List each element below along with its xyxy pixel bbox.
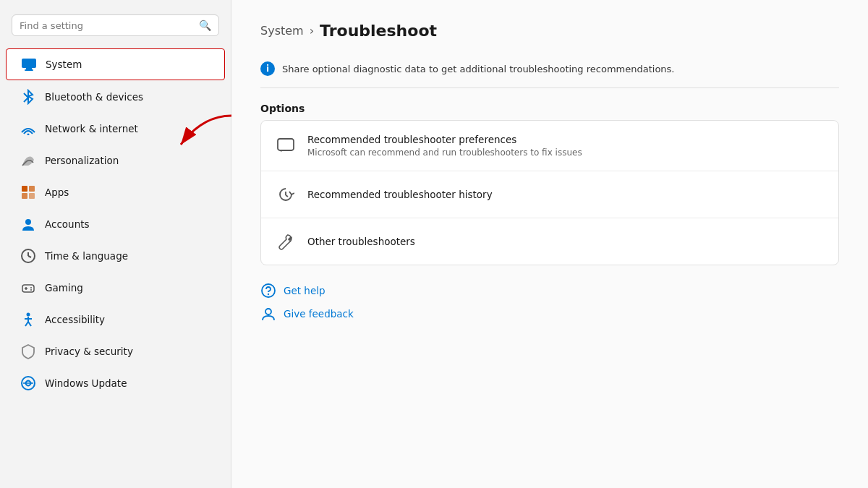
svg-rect-2: [25, 69, 33, 71]
sidebar-item-windows-update-label: Windows Update: [45, 377, 127, 389]
footer-links: Get help Give feedback: [260, 283, 839, 322]
search-input[interactable]: [20, 20, 199, 31]
options-heading: Options: [260, 103, 839, 114]
chat-icon: [276, 136, 296, 156]
sidebar-item-bluetooth-label: Bluetooth & devices: [45, 91, 143, 103]
info-banner: i Share optional diagnostic data to get …: [260, 54, 839, 88]
svg-line-11: [28, 256, 31, 257]
option-recommended-history[interactable]: Recommended troubleshooter history: [261, 171, 838, 218]
svg-point-8: [25, 219, 31, 225]
sidebar-item-accounts[interactable]: Accounts: [6, 209, 225, 239]
sidebar-item-personalization-label: Personalization: [45, 155, 119, 166]
sidebar-item-accessibility[interactable]: Accessibility: [6, 304, 225, 335]
give-feedback-label: Give feedback: [284, 308, 354, 320]
give-feedback-link[interactable]: Give feedback: [260, 306, 839, 322]
apps-icon: [20, 184, 36, 200]
sidebar-item-gaming-label: Gaming: [45, 282, 83, 294]
svg-rect-6: [22, 193, 27, 199]
system-icon: [21, 56, 37, 72]
search-container: 🔍: [0, 14, 231, 48]
search-box[interactable]: 🔍: [12, 14, 219, 36]
sidebar-item-windows-update[interactable]: Windows Update: [6, 368, 225, 398]
search-icon: 🔍: [199, 20, 211, 31]
info-icon: i: [260, 61, 275, 76]
breadcrumb-parent: System: [260, 24, 304, 38]
feedback-icon: [260, 306, 276, 322]
svg-rect-7: [29, 193, 35, 199]
svg-rect-4: [22, 186, 27, 192]
sidebar-item-network[interactable]: Network & internet: [6, 114, 225, 144]
svg-rect-12: [22, 285, 34, 292]
get-help-link[interactable]: Get help: [260, 283, 839, 299]
gaming-icon: [20, 280, 36, 296]
svg-line-27: [286, 195, 288, 197]
sidebar-item-system[interactable]: System: [6, 48, 225, 80]
svg-point-3: [27, 134, 30, 136]
sidebar-item-privacy-label: Privacy & security: [45, 346, 133, 357]
info-text: Share optional diagnostic data to get ad…: [282, 64, 674, 74]
clock-icon: [20, 248, 36, 264]
breadcrumb-separator: ›: [310, 24, 314, 38]
sidebar-item-apps[interactable]: Apps: [6, 177, 225, 207]
sidebar-item-accounts-label: Accounts: [45, 218, 90, 230]
svg-point-17: [27, 313, 30, 317]
svg-point-15: [30, 287, 32, 288]
svg-rect-5: [29, 186, 35, 192]
sidebar-item-apps-label: Apps: [45, 187, 69, 198]
svg-line-21: [28, 322, 31, 326]
main-content: System › Troubleshoot i Share optional d…: [231, 0, 868, 488]
option-recommended-prefs-subtitle: Microsoft can recommend and run troubles…: [307, 147, 582, 158]
sidebar-item-privacy[interactable]: Privacy & security: [6, 336, 225, 367]
option-recommended-prefs[interactable]: Recommended troubleshooter preferences M…: [261, 121, 838, 171]
help-icon: [260, 283, 276, 299]
sidebar-item-network-label: Network & internet: [45, 123, 138, 134]
svg-point-30: [265, 309, 271, 314]
privacy-icon: [20, 343, 36, 359]
sidebar-item-bluetooth[interactable]: Bluetooth & devices: [6, 82, 225, 112]
wrench-icon: [276, 231, 296, 252]
option-recommended-prefs-title: Recommended troubleshooter preferences: [307, 134, 582, 145]
get-help-label: Get help: [284, 285, 326, 296]
svg-point-28: [262, 284, 275, 297]
option-recommended-history-title: Recommended troubleshooter history: [307, 189, 493, 200]
sidebar-item-time[interactable]: Time & language: [6, 241, 225, 271]
sidebar: 🔍 System Bluetooth & devices: [0, 0, 231, 488]
accessibility-icon: [20, 312, 36, 328]
svg-rect-1: [26, 68, 32, 69]
option-recommended-history-text: Recommended troubleshooter history: [307, 189, 493, 200]
option-recommended-prefs-text: Recommended troubleshooter preferences M…: [307, 134, 582, 158]
svg-rect-25: [278, 139, 294, 150]
option-other-troubleshooters[interactable]: Other troubleshooters: [261, 218, 838, 265]
personalization-icon: [20, 153, 36, 168]
options-container: Recommended troubleshooter preferences M…: [260, 120, 839, 265]
history-icon: [276, 184, 296, 205]
option-other-troubleshooters-title: Other troubleshooters: [307, 236, 415, 247]
svg-point-29: [268, 294, 269, 295]
bluetooth-icon: [20, 89, 36, 105]
sidebar-item-personalization[interactable]: Personalization: [6, 145, 225, 176]
sidebar-item-gaming[interactable]: Gaming: [6, 273, 225, 303]
sidebar-item-accessibility-label: Accessibility: [45, 314, 105, 325]
sidebar-item-time-label: Time & language: [45, 250, 128, 262]
network-icon: [20, 121, 36, 137]
breadcrumb-current: Troubleshoot: [320, 22, 437, 40]
option-other-troubleshooters-text: Other troubleshooters: [307, 236, 415, 247]
breadcrumb: System › Troubleshoot: [260, 22, 839, 40]
sidebar-item-system-label: System: [46, 59, 82, 70]
svg-rect-0: [22, 59, 36, 68]
update-icon: [20, 375, 36, 391]
accounts-icon: [20, 216, 36, 232]
svg-point-16: [30, 289, 32, 291]
